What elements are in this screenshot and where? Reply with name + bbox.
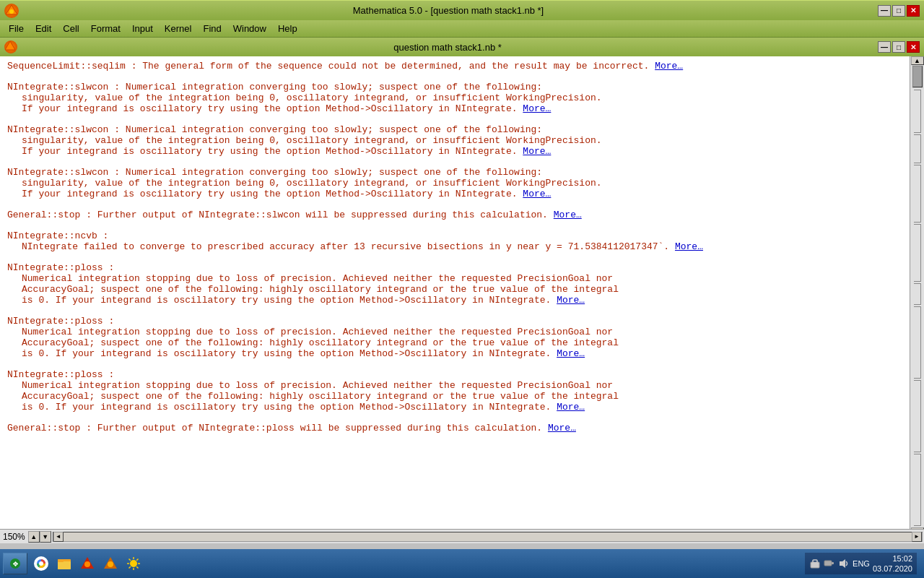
inner-window-controls: — □ ✕ xyxy=(878,41,920,53)
cell-bracket xyxy=(914,380,921,452)
app-logo xyxy=(4,4,19,18)
outer-maximize-button[interactable]: □ xyxy=(892,5,905,17)
scroll-up-button[interactable]: ▲ xyxy=(911,56,924,65)
message-body-line: AccuracyGoal; suspect one of the followi… xyxy=(22,337,902,348)
message-header: NIntegrate::slwcon : Numerical integrati… xyxy=(7,167,902,178)
message-body-line: Numerical integration stopping due to lo… xyxy=(22,327,902,337)
message-header: NIntegrate::ploss : xyxy=(7,369,902,380)
zoom-up-button[interactable]: ▲ xyxy=(28,531,40,543)
message-body-line: is 0. If your integrand is oscillatory t… xyxy=(22,295,902,306)
message-header: General::stop : Further output of NInteg… xyxy=(7,210,902,220)
cell-bracket xyxy=(914,454,921,526)
zoom-level: 150% xyxy=(0,532,28,542)
message-block: General::stop : Further output of NInteg… xyxy=(7,423,902,434)
menubar: File Edit Cell Format Input Kernel Find … xyxy=(0,20,924,38)
menu-window[interactable]: Window xyxy=(227,22,272,35)
more-link[interactable]: More… xyxy=(523,103,551,114)
more-link[interactable]: More… xyxy=(675,241,703,252)
message-body-line: Numerical integration stopping due to lo… xyxy=(22,273,902,284)
message-body-line: is 0. If your integrand is oscillatory t… xyxy=(22,402,902,413)
cell-bracket xyxy=(914,90,921,133)
message-header: General::stop : Further output of NInteg… xyxy=(7,423,902,434)
message-header: NIntegrate::ncvb : xyxy=(7,230,902,241)
message-body-line: singularity, value of the integration be… xyxy=(22,92,902,103)
more-link[interactable]: More… xyxy=(655,61,683,72)
notebook-content[interactable]: SequenceLimit::seqlim : The general form… xyxy=(0,56,910,529)
svg-marker-2 xyxy=(5,41,15,50)
message-block: NIntegrate::slwcon : Numerical integrati… xyxy=(7,124,902,157)
message-body-line: If your integrand is oscillatory try usi… xyxy=(22,146,902,157)
message-block: SequenceLimit::seqlim : The general form… xyxy=(7,61,902,72)
menu-cell[interactable]: Cell xyxy=(57,22,84,35)
message-body-line: singularity, value of the integration be… xyxy=(22,178,902,189)
message-block: NIntegrate::slwcon : Numerical integrati… xyxy=(7,167,902,199)
more-link[interactable]: More… xyxy=(523,146,551,157)
message-body-line: If your integrand is oscillatory try usi… xyxy=(22,103,902,114)
scroll-thumb[interactable] xyxy=(912,66,923,87)
menu-format[interactable]: Format xyxy=(85,22,126,35)
inner-logo xyxy=(4,40,17,53)
outer-window-title: Mathematica 5.0 - [question math stack1.… xyxy=(19,5,878,16)
message-body-line: If your integrand is oscillatory try usi… xyxy=(22,189,902,199)
outer-window-controls: — □ ✕ xyxy=(878,5,920,17)
horizontal-scrollbar[interactable]: ◄ ► xyxy=(53,532,923,542)
outer-titlebar: Mathematica 5.0 - [question math stack1.… xyxy=(0,0,924,20)
menu-find[interactable]: Find xyxy=(197,22,227,35)
inner-window-title: question math stack1.nb * xyxy=(17,42,878,53)
inner-window: question math stack1.nb * — □ ✕ Sequence… xyxy=(0,38,924,543)
menu-input[interactable]: Input xyxy=(126,22,159,35)
message-header: NIntegrate::slwcon : Numerical integrati… xyxy=(7,124,902,135)
message-block: NIntegrate::slwcon : Numerical integrati… xyxy=(7,82,902,114)
scroll-left-button[interactable]: ◄ xyxy=(53,532,64,542)
menu-file[interactable]: File xyxy=(3,22,30,35)
menu-edit[interactable]: Edit xyxy=(30,22,57,35)
message-block: NIntegrate::ncvb : NIntegrate failed to … xyxy=(7,230,902,252)
cell-bracket xyxy=(914,134,921,163)
message-body-line: is 0. If your integrand is oscillatory t… xyxy=(22,348,902,359)
message-block: NIntegrate::ploss : Numerical integratio… xyxy=(7,369,902,413)
inner-close-button[interactable]: ✕ xyxy=(907,41,920,53)
message-block: NIntegrate::ploss : Numerical integratio… xyxy=(7,316,902,359)
content-area: SequenceLimit::seqlim : The general form… xyxy=(0,56,924,529)
more-link[interactable]: More… xyxy=(523,189,551,199)
cell-bracket xyxy=(914,165,921,223)
outer-close-button[interactable]: ✕ xyxy=(907,5,920,17)
more-link[interactable]: More… xyxy=(557,402,585,413)
zoom-down-button[interactable]: ▼ xyxy=(40,531,51,543)
inner-minimize-button[interactable]: — xyxy=(878,41,891,53)
scroll-right-button[interactable]: ► xyxy=(912,532,922,542)
message-body-line: singularity, value of the integration be… xyxy=(22,135,902,146)
message-body-line: Numerical integration stopping due to lo… xyxy=(22,380,902,391)
more-link[interactable]: More… xyxy=(557,295,585,306)
outer-minimize-button[interactable]: — xyxy=(878,5,891,17)
scroll-track[interactable] xyxy=(912,65,923,88)
cell-bracket xyxy=(914,306,921,379)
message-header: NIntegrate::slwcon : Numerical integrati… xyxy=(7,82,902,92)
cell-bracket xyxy=(914,283,921,305)
more-link[interactable]: More… xyxy=(554,210,582,220)
vertical-scrollbar[interactable]: ▲ ▼ xyxy=(910,56,924,529)
bottom-bar: 150% ▲ ▼ ◄ ► xyxy=(0,529,924,543)
message-block: General::stop : Further output of NInteg… xyxy=(7,210,902,220)
message-body-line: NIntegrate failed to converge to prescri… xyxy=(22,241,902,252)
inner-titlebar: question math stack1.nb * — □ ✕ xyxy=(0,38,924,56)
message-body-line: AccuracyGoal; suspect one of the followi… xyxy=(22,284,902,295)
svg-point-1 xyxy=(9,9,14,14)
message-header: SequenceLimit::seqlim : The general form… xyxy=(7,61,902,72)
inner-maximize-button[interactable]: □ xyxy=(892,41,905,53)
menu-help[interactable]: Help xyxy=(272,22,303,35)
message-body-line: AccuracyGoal; suspect one of the followi… xyxy=(22,391,902,402)
menu-kernel[interactable]: Kernel xyxy=(159,22,198,35)
more-link[interactable]: More… xyxy=(548,423,576,434)
more-link[interactable]: More… xyxy=(557,348,585,359)
message-header: NIntegrate::ploss : xyxy=(7,262,902,273)
message-block: NIntegrate::ploss : Numerical integratio… xyxy=(7,262,902,306)
message-header: NIntegrate::ploss : xyxy=(7,316,902,327)
cell-bracket xyxy=(914,224,921,282)
